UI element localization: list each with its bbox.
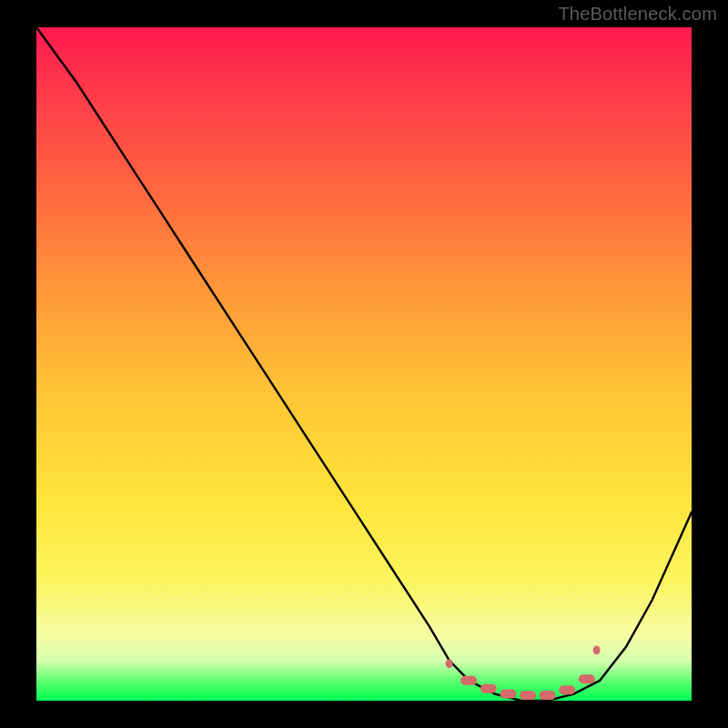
highlight-marker (446, 659, 453, 668)
curve-svg (36, 27, 692, 701)
highlight-marker (520, 691, 536, 700)
watermark-text: TheBottleneck.com (558, 4, 717, 25)
highlight-marker (540, 691, 556, 700)
highlight-marker (559, 685, 575, 694)
highlight-marker (480, 684, 497, 693)
highlight-marker (460, 676, 477, 685)
highlight-marker (579, 674, 595, 683)
plot-area (36, 27, 692, 701)
bottleneck-curve (36, 27, 692, 701)
chart-frame: TheBottleneck.com (0, 0, 728, 728)
highlight-marker (593, 646, 601, 655)
highlight-marker (500, 690, 516, 699)
